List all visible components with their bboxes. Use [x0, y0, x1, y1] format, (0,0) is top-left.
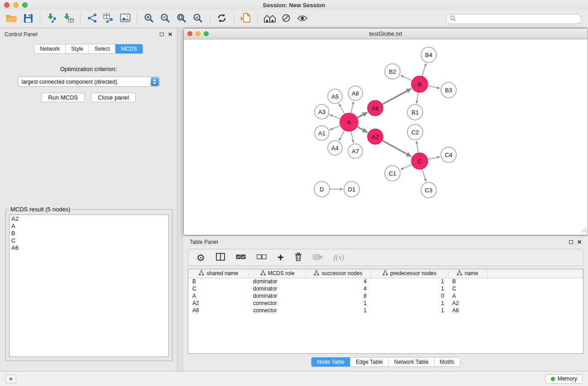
table-cell[interactable]: B	[188, 278, 249, 285]
graph-node-A2[interactable]: A2	[368, 129, 383, 144]
memory-button[interactable]: Memory	[545, 374, 583, 384]
mcds-result-item[interactable]: C	[11, 237, 167, 244]
float-table-panel-icon[interactable]	[569, 240, 573, 244]
graph-node-C4[interactable]: C4	[441, 147, 456, 162]
mcds-result-item[interactable]: A6	[11, 244, 167, 252]
close-window-button[interactable]	[4, 2, 10, 8]
zoom-out-button[interactable]	[157, 12, 173, 26]
column-header-shared-name[interactable]: shared name	[188, 269, 249, 278]
column-header-predecessor-nodes[interactable]: predecessor nodes	[371, 269, 448, 278]
table-cell[interactable]: connector	[249, 300, 306, 307]
search-input[interactable]	[458, 16, 578, 22]
graph-node-C2[interactable]: C2	[407, 124, 423, 140]
graph-node-B[interactable]: B	[411, 76, 428, 92]
minimize-window-button[interactable]	[13, 2, 19, 8]
fullscreen-window-button[interactable]	[22, 2, 28, 8]
graph-node-C[interactable]: C	[411, 153, 428, 169]
table-cell[interactable]: A	[448, 292, 487, 300]
delete-table-button[interactable]	[313, 254, 323, 262]
table-row[interactable]: Adominator80A	[188, 292, 583, 300]
close-table-panel-icon[interactable]: ✕	[577, 239, 582, 245]
table-cell[interactable]: connector	[249, 307, 306, 314]
graph-node-D1[interactable]: D1	[344, 181, 359, 197]
table-cell[interactable]: 1	[371, 278, 448, 285]
table-tab-motifs[interactable]: Motifs	[435, 357, 460, 367]
tab-network[interactable]: Network	[34, 44, 66, 53]
import-network-button[interactable]	[84, 12, 100, 26]
resize-handle-icon[interactable]	[582, 226, 587, 234]
network-canvas[interactable]: B4B2BB3A5A8A6A3B1AC2A1A2A4A7C4CC1DD1C3	[184, 39, 588, 235]
close-network-window-button[interactable]	[187, 31, 192, 36]
table-cell[interactable]: dominator	[249, 285, 306, 292]
run-mcds-button[interactable]: Run MCDS	[41, 93, 85, 102]
graph-node-A4[interactable]: A4	[328, 141, 342, 155]
table-cell[interactable]: C	[188, 285, 249, 292]
table-row[interactable]: Cdominator41C	[188, 285, 583, 292]
close-panel-icon[interactable]: ✕	[168, 32, 172, 37]
table-cell[interactable]: B	[448, 278, 487, 285]
zoom-fit-button[interactable]	[173, 12, 190, 26]
table-cell[interactable]: 4	[306, 285, 371, 292]
table-cell[interactable]: C	[448, 285, 487, 292]
zoom-in-button[interactable]	[141, 12, 157, 26]
graph-node-B2[interactable]: B2	[385, 64, 400, 79]
clone-network-button[interactable]	[238, 12, 254, 26]
table-cell[interactable]: 1	[306, 300, 371, 307]
mcds-result-item[interactable]: A	[11, 223, 167, 230]
import-table-from-file-button[interactable]	[60, 12, 76, 26]
table-cell[interactable]: 4	[306, 278, 371, 285]
import-network-from-file-button[interactable]	[44, 12, 60, 26]
table-tab-edge-table[interactable]: Edge Table	[350, 357, 389, 367]
refresh-button[interactable]	[214, 12, 230, 26]
float-panel-icon[interactable]	[160, 33, 164, 36]
export-image-button[interactable]	[117, 12, 133, 26]
graph-node-C1[interactable]: C1	[385, 166, 400, 181]
graph-node-A3[interactable]: A3	[315, 105, 329, 119]
table-cell[interactable]: 1	[306, 307, 371, 314]
graph-node-A8[interactable]: A8	[348, 86, 363, 100]
tab-mcds[interactable]: MCDS	[115, 44, 142, 53]
select-all-rows-button[interactable]	[236, 254, 246, 261]
table-cell[interactable]: 8	[306, 292, 371, 300]
graph-node-A5[interactable]: A5	[328, 89, 342, 104]
minimize-network-window-button[interactable]	[196, 31, 201, 36]
table-tab-node-table[interactable]: Node Table	[311, 357, 350, 367]
mcds-result-item[interactable]: A2	[11, 215, 167, 223]
delete-column-button[interactable]	[295, 253, 302, 262]
hide-windows-button[interactable]	[262, 12, 278, 26]
table-cell[interactable]: 0	[371, 292, 448, 300]
graph-node-A[interactable]: A	[340, 113, 358, 131]
close-panel-button[interactable]: Close panel	[91, 93, 136, 102]
function-builder-button[interactable]: f(x)	[334, 253, 344, 262]
table-cell[interactable]: A6	[188, 307, 249, 314]
zoom-selected-button[interactable]	[190, 12, 206, 26]
graphics-details-button[interactable]	[278, 12, 294, 26]
show-hide-button[interactable]	[294, 12, 311, 26]
graph-node-C3[interactable]: C3	[421, 182, 436, 198]
table-cell[interactable]: A	[188, 292, 249, 300]
graph-node-A7[interactable]: A7	[348, 144, 363, 158]
tab-style[interactable]: Style	[66, 44, 89, 53]
graph-node-B3[interactable]: B3	[441, 82, 456, 98]
import-network-and-table-button[interactable]	[100, 12, 117, 26]
graph-node-B4[interactable]: B4	[421, 47, 436, 62]
show-panels-button[interactable]: ≡	[5, 375, 16, 383]
table-cell[interactable]: A2	[448, 300, 487, 307]
table-tab-network-table[interactable]: Network Table	[389, 357, 435, 367]
deselect-all-rows-button[interactable]	[257, 254, 267, 261]
table-cell[interactable]: 1	[371, 285, 448, 292]
table-row[interactable]: A6connector11A6	[188, 307, 583, 314]
table-cell[interactable]: 1	[371, 300, 448, 307]
table-settings-button[interactable]: ⚙	[196, 253, 205, 262]
tab-select[interactable]: Select	[89, 44, 115, 53]
open-file-button[interactable]	[4, 12, 20, 26]
graph-node-B1[interactable]: B1	[407, 105, 423, 120]
graph-node-A1[interactable]: A1	[315, 126, 329, 140]
optimization-criterion-dropdown[interactable]: largest connected component (directed)	[18, 76, 160, 87]
create-column-button[interactable]: +	[277, 252, 284, 263]
table-cell[interactable]: dominator	[249, 292, 306, 300]
save-session-button[interactable]	[20, 12, 36, 26]
graph-node-D[interactable]: D	[314, 181, 330, 197]
table-cell[interactable]: 1	[371, 307, 448, 314]
table-row[interactable]: A2connector11A2	[188, 300, 583, 307]
